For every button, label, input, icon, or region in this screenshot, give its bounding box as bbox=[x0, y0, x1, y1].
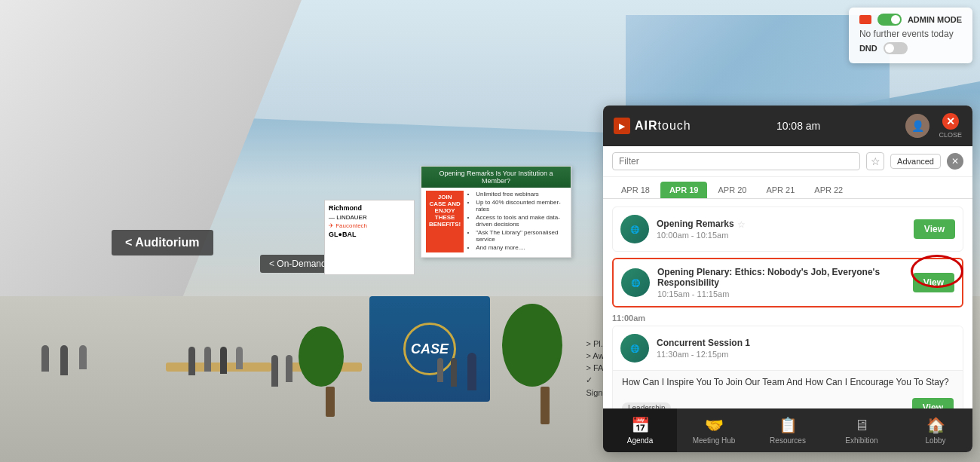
clear-filter-btn[interactable]: ✕ bbox=[947, 153, 963, 170]
view-btn-1[interactable]: View bbox=[914, 219, 955, 239]
nav-item-exhibition[interactable]: 🖥 Exhibition bbox=[825, 408, 899, 452]
people-group-left bbox=[41, 345, 87, 375]
resources-label: Resources bbox=[770, 436, 806, 445]
monitor-icon bbox=[859, 15, 871, 24]
view-btn-concurrent[interactable]: View bbox=[912, 398, 954, 408]
concurrent-footer: Leadership View bbox=[613, 393, 963, 408]
resources-icon: 📋 bbox=[779, 416, 798, 434]
session-title-2: Opening Plenary: Ethics: Nobody's Job, E… bbox=[657, 267, 905, 288]
member-promo-cta[interactable]: JOIN CASE AND ENJOY THESE BENEFITS! bbox=[426, 191, 464, 252]
admin-bar: ADMIN MODE No further events today DND bbox=[849, 8, 972, 63]
presenter bbox=[467, 353, 476, 390]
leadership-tag: Leadership bbox=[622, 402, 671, 409]
date-tab-apr20[interactable]: APR 20 bbox=[709, 182, 755, 198]
member-promo-box[interactable]: Opening Remarks Is Your Institution a Me… bbox=[421, 166, 571, 258]
panel-logo: ▶ AIRtouch bbox=[614, 118, 691, 134]
advanced-btn[interactable]: Advanced bbox=[890, 154, 941, 169]
concurrent-avatar: 🌐 bbox=[620, 334, 649, 363]
panel-time: 10:08 am bbox=[776, 120, 820, 132]
lobby-label: Lobby bbox=[925, 436, 945, 445]
session-star-1[interactable]: ☆ bbox=[737, 219, 746, 230]
lobby-icon: 🏠 bbox=[926, 416, 945, 434]
sponsor-global: GL●BAL bbox=[329, 231, 410, 238]
people-group-mid bbox=[188, 347, 243, 375]
panel-content: 🌐 Opening Remarks ☆ 10:00am - 10:15am Vi… bbox=[603, 199, 972, 408]
airtouch-logo-icon: ▶ bbox=[614, 118, 630, 134]
nav-item-lobby[interactable]: 🏠 Lobby bbox=[899, 408, 972, 452]
user-avatar[interactable]: 👤 bbox=[905, 114, 929, 138]
plant-left bbox=[317, 326, 344, 417]
session-time-1: 10:00am - 10:15am bbox=[657, 231, 906, 240]
bottom-nav: 📅 Agenda 🤝 Meeting Hub 📋 Resources 🖥 Exh… bbox=[603, 408, 972, 452]
agenda-icon: 📅 bbox=[631, 416, 650, 434]
meeting-hub-icon: 🤝 bbox=[705, 416, 724, 434]
dnd-label: DND bbox=[859, 44, 877, 53]
panel-logo-text: AIRtouch bbox=[635, 119, 691, 133]
concurrent-session-card: 🌐 Concurrent Session 1 11:30am - 12:15pm… bbox=[612, 326, 963, 408]
admin-mode-row: ADMIN MODE bbox=[859, 14, 962, 26]
date-tab-apr21[interactable]: APR 21 bbox=[757, 182, 804, 198]
close-icon: ✕ bbox=[942, 113, 959, 130]
favorites-star-btn[interactable]: ☆ bbox=[866, 152, 884, 170]
date-tab-apr22[interactable]: APR 22 bbox=[805, 182, 852, 198]
close-button[interactable]: ✕ CLOSE bbox=[939, 113, 962, 139]
session-card-opening-remarks: 🌐 Opening Remarks ☆ 10:00am - 10:15am Vi… bbox=[612, 207, 963, 252]
plant-right bbox=[528, 304, 562, 424]
date-tab-apr19[interactable]: APR 19 bbox=[660, 182, 708, 198]
session-info-2: Opening Plenary: Ethics: Nobody's Job, E… bbox=[657, 267, 905, 298]
dnd-row: DND bbox=[859, 42, 962, 54]
dnd-toggle[interactable] bbox=[884, 42, 908, 54]
nav-item-meeting-hub[interactable]: 🤝 Meeting Hub bbox=[677, 408, 751, 452]
no-events-text: No further events today bbox=[859, 29, 962, 39]
panel-header-right: 👤 ✕ CLOSE bbox=[905, 113, 962, 139]
member-promo-list: Unlimited free webinars Up to 40% discou… bbox=[468, 191, 566, 252]
filter-input[interactable] bbox=[612, 152, 860, 170]
sponsor-faucontech: ✈ Faucontech bbox=[329, 222, 410, 229]
people-group-far bbox=[437, 358, 457, 387]
sponsor-richmond: Richmond bbox=[329, 204, 410, 212]
concurrent-body: How Can I Inspire You To Join Our Team A… bbox=[613, 370, 963, 393]
concurrent-header: 🌐 Concurrent Session 1 11:30am - 12:15pm bbox=[613, 326, 963, 370]
session-avatar-1: 🌐 bbox=[620, 215, 649, 243]
session-time-2: 10:15am - 11:15am bbox=[657, 289, 905, 298]
concurrent-title: Concurrent Session 1 bbox=[657, 338, 955, 348]
admin-mode-toggle[interactable] bbox=[877, 14, 902, 26]
admin-mode-label: ADMIN MODE bbox=[908, 15, 962, 24]
agenda-label: Agenda bbox=[627, 436, 653, 445]
exhibition-icon: 🖥 bbox=[854, 417, 869, 434]
nav-item-resources[interactable]: 📋 Resources bbox=[751, 408, 825, 452]
close-label: CLOSE bbox=[939, 131, 962, 139]
session-avatar-2: 🌐 bbox=[621, 268, 650, 297]
date-tab-apr18[interactable]: APR 18 bbox=[612, 182, 659, 198]
meeting-hub-label: Meeting Hub bbox=[693, 436, 736, 445]
session-card-plenary: 🌐 Opening Plenary: Ethics: Nobody's Job,… bbox=[612, 258, 963, 307]
concurrent-info: Concurrent Session 1 11:30am - 12:15pm bbox=[657, 338, 955, 359]
concurrent-body-text: How Can I Inspire You To Join Our Team A… bbox=[622, 377, 949, 387]
panel-header: ▶ AIRtouch 10:08 am 👤 ✕ CLOSE bbox=[603, 106, 972, 146]
concurrent-time: 11:30am - 12:15pm bbox=[657, 350, 955, 359]
sponsor-board: Richmond — LINDAUER ✈ Faucontech GL●BAL bbox=[324, 200, 415, 275]
auditorium-sign[interactable]: < Auditorium bbox=[112, 230, 213, 255]
auditorium-sign-text: < Auditorium bbox=[125, 236, 200, 249]
time-label-11am: 11:00am bbox=[612, 314, 963, 323]
people-group-right bbox=[271, 355, 292, 387]
member-promo-header: Opening Remarks Is Your Institution a Me… bbox=[421, 167, 571, 188]
panel-toolbar: ☆ Advanced ✕ bbox=[603, 146, 972, 177]
wall-left bbox=[0, 0, 302, 301]
ondemand-sign-text: < On-Demand bbox=[269, 259, 326, 269]
session-info-1: Opening Remarks ☆ 10:00am - 10:15am bbox=[657, 219, 906, 240]
airtouch-panel: ▶ AIRtouch 10:08 am 👤 ✕ CLOSE ☆ Advanced… bbox=[603, 106, 972, 452]
exhibition-label: Exhibition bbox=[845, 436, 877, 445]
session-title-1: Opening Remarks bbox=[657, 219, 734, 229]
view-btn-2[interactable]: View bbox=[913, 273, 954, 292]
sponsor-lindauer: — LINDAUER bbox=[329, 214, 410, 221]
date-tabs: APR 18 APR 19 APR 20 APR 21 APR 22 bbox=[603, 177, 972, 199]
nav-item-agenda[interactable]: 📅 Agenda bbox=[603, 408, 677, 452]
